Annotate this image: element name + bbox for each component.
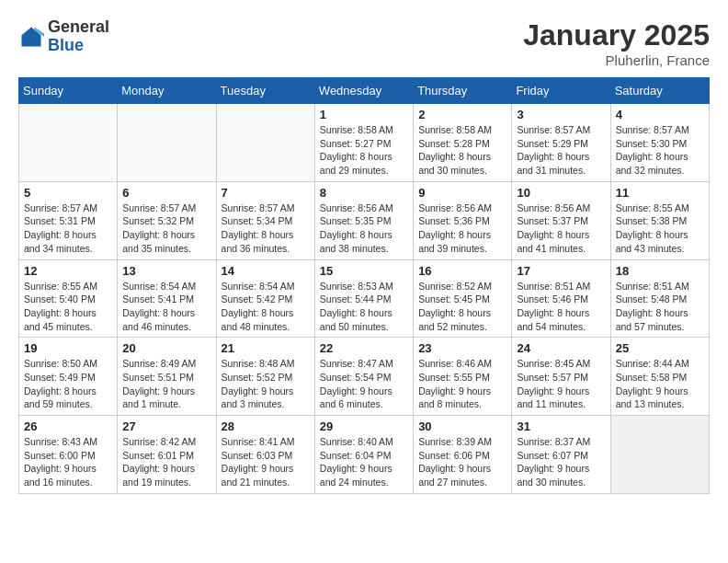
column-header-friday: Friday xyxy=(512,78,610,104)
calendar-cell: 6Sunrise: 8:57 AM Sunset: 5:32 PM Daylig… xyxy=(118,181,216,259)
day-detail: Sunrise: 8:40 AM Sunset: 6:04 PM Dayligh… xyxy=(320,435,408,489)
calendar-cell: 22Sunrise: 8:47 AM Sunset: 5:54 PM Dayli… xyxy=(314,338,413,416)
day-number: 9 xyxy=(418,186,506,200)
day-number: 28 xyxy=(222,419,310,433)
day-number: 2 xyxy=(418,108,506,121)
day-number: 20 xyxy=(122,341,210,355)
day-detail: Sunrise: 8:44 AM Sunset: 5:58 PM Dayligh… xyxy=(616,357,704,411)
column-header-sunday: Sunday xyxy=(19,78,118,104)
day-number: 13 xyxy=(122,264,210,278)
title-block: January 2025 Pluherlin, France xyxy=(523,18,710,68)
calendar-cell: 4Sunrise: 8:57 AM Sunset: 5:30 PM Daylig… xyxy=(610,104,709,182)
calendar-cell: 14Sunrise: 8:54 AM Sunset: 5:42 PM Dayli… xyxy=(216,259,314,338)
calendar-week-5: 26Sunrise: 8:43 AM Sunset: 6:00 PM Dayli… xyxy=(19,416,710,494)
day-number: 24 xyxy=(517,341,605,355)
calendar-cell xyxy=(216,104,314,182)
day-detail: Sunrise: 8:56 AM Sunset: 5:35 PM Dayligh… xyxy=(320,201,408,256)
calendar-cell: 29Sunrise: 8:40 AM Sunset: 6:04 PM Dayli… xyxy=(314,416,413,494)
page-header: General Blue January 2025 Pluherlin, Fra… xyxy=(18,18,710,68)
day-number: 25 xyxy=(616,341,704,355)
day-detail: Sunrise: 8:42 AM Sunset: 6:01 PM Dayligh… xyxy=(122,435,210,489)
day-number: 31 xyxy=(517,419,605,433)
calendar-cell: 21Sunrise: 8:48 AM Sunset: 5:52 PM Dayli… xyxy=(216,338,314,416)
day-detail: Sunrise: 8:58 AM Sunset: 5:28 PM Dayligh… xyxy=(418,123,506,178)
calendar-cell: 7Sunrise: 8:57 AM Sunset: 5:34 PM Daylig… xyxy=(216,181,314,259)
day-detail: Sunrise: 8:55 AM Sunset: 5:38 PM Dayligh… xyxy=(616,201,704,256)
calendar-cell: 26Sunrise: 8:43 AM Sunset: 6:00 PM Dayli… xyxy=(19,416,118,494)
column-header-thursday: Thursday xyxy=(414,78,512,104)
calendar-week-4: 19Sunrise: 8:50 AM Sunset: 5:49 PM Dayli… xyxy=(19,338,710,416)
calendar-cell: 13Sunrise: 8:54 AM Sunset: 5:41 PM Dayli… xyxy=(118,259,216,338)
day-number: 22 xyxy=(320,341,408,355)
logo-general: General xyxy=(48,17,109,36)
day-number: 29 xyxy=(320,419,408,433)
day-number: 5 xyxy=(24,186,112,200)
day-number: 4 xyxy=(616,108,704,121)
calendar-cell: 28Sunrise: 8:41 AM Sunset: 6:03 PM Dayli… xyxy=(216,416,314,494)
day-number: 16 xyxy=(418,264,506,278)
calendar-cell: 10Sunrise: 8:56 AM Sunset: 5:37 PM Dayli… xyxy=(512,181,610,259)
calendar-cell: 12Sunrise: 8:55 AM Sunset: 5:40 PM Dayli… xyxy=(19,259,118,338)
column-header-monday: Monday xyxy=(118,78,216,104)
day-number: 21 xyxy=(222,341,310,355)
day-detail: Sunrise: 8:43 AM Sunset: 6:00 PM Dayligh… xyxy=(24,435,112,489)
calendar-cell: 2Sunrise: 8:58 AM Sunset: 5:28 PM Daylig… xyxy=(414,104,512,182)
day-number: 15 xyxy=(320,264,408,278)
calendar-table: SundayMondayTuesdayWednesdayThursdayFrid… xyxy=(18,77,710,494)
day-number: 12 xyxy=(24,264,112,278)
calendar-cell: 27Sunrise: 8:42 AM Sunset: 6:01 PM Dayli… xyxy=(118,416,216,494)
day-detail: Sunrise: 8:41 AM Sunset: 6:03 PM Dayligh… xyxy=(222,435,310,489)
calendar-cell: 15Sunrise: 8:53 AM Sunset: 5:44 PM Dayli… xyxy=(314,259,413,338)
day-number: 10 xyxy=(517,186,605,200)
day-number: 7 xyxy=(222,186,310,200)
day-detail: Sunrise: 8:57 AM Sunset: 5:31 PM Dayligh… xyxy=(24,201,112,256)
calendar-cell: 20Sunrise: 8:49 AM Sunset: 5:51 PM Dayli… xyxy=(118,338,216,416)
day-detail: Sunrise: 8:48 AM Sunset: 5:52 PM Dayligh… xyxy=(222,357,310,411)
day-detail: Sunrise: 8:51 AM Sunset: 5:48 PM Dayligh… xyxy=(616,280,704,334)
calendar-cell: 19Sunrise: 8:50 AM Sunset: 5:49 PM Dayli… xyxy=(19,338,118,416)
day-detail: Sunrise: 8:45 AM Sunset: 5:57 PM Dayligh… xyxy=(517,357,605,411)
day-number: 8 xyxy=(320,186,408,200)
calendar-week-2: 5Sunrise: 8:57 AM Sunset: 5:31 PM Daylig… xyxy=(19,181,710,259)
day-number: 6 xyxy=(122,186,210,200)
day-detail: Sunrise: 8:50 AM Sunset: 5:49 PM Dayligh… xyxy=(24,357,112,411)
calendar-header: SundayMondayTuesdayWednesdayThursdayFrid… xyxy=(19,78,710,104)
calendar-subtitle: Pluherlin, France xyxy=(523,52,710,68)
column-header-wednesday: Wednesday xyxy=(314,78,413,104)
logo-blue: Blue xyxy=(48,36,84,54)
day-detail: Sunrise: 8:47 AM Sunset: 5:54 PM Dayligh… xyxy=(320,357,408,411)
calendar-cell: 18Sunrise: 8:51 AM Sunset: 5:48 PM Dayli… xyxy=(610,259,709,338)
day-number: 23 xyxy=(418,341,506,355)
day-detail: Sunrise: 8:58 AM Sunset: 5:27 PM Dayligh… xyxy=(320,123,408,178)
day-detail: Sunrise: 8:39 AM Sunset: 6:06 PM Dayligh… xyxy=(418,435,506,489)
logo: General Blue xyxy=(18,18,109,55)
calendar-cell: 31Sunrise: 8:37 AM Sunset: 6:07 PM Dayli… xyxy=(512,416,610,494)
day-number: 11 xyxy=(616,186,704,200)
calendar-cell: 9Sunrise: 8:56 AM Sunset: 5:36 PM Daylig… xyxy=(414,181,512,259)
calendar-cell xyxy=(118,104,216,182)
calendar-cell: 3Sunrise: 8:57 AM Sunset: 5:29 PM Daylig… xyxy=(512,104,610,182)
calendar-cell: 30Sunrise: 8:39 AM Sunset: 6:06 PM Dayli… xyxy=(414,416,512,494)
day-detail: Sunrise: 8:56 AM Sunset: 5:37 PM Dayligh… xyxy=(517,201,605,256)
day-detail: Sunrise: 8:57 AM Sunset: 5:29 PM Dayligh… xyxy=(517,123,605,178)
day-detail: Sunrise: 8:54 AM Sunset: 5:42 PM Dayligh… xyxy=(222,280,310,334)
calendar-week-1: 1Sunrise: 8:58 AM Sunset: 5:27 PM Daylig… xyxy=(19,104,710,182)
calendar-cell: 5Sunrise: 8:57 AM Sunset: 5:31 PM Daylig… xyxy=(19,181,118,259)
calendar-cell: 11Sunrise: 8:55 AM Sunset: 5:38 PM Dayli… xyxy=(610,181,709,259)
calendar-cell: 8Sunrise: 8:56 AM Sunset: 5:35 PM Daylig… xyxy=(314,181,413,259)
calendar-title: January 2025 xyxy=(523,18,710,52)
day-detail: Sunrise: 8:57 AM Sunset: 5:30 PM Dayligh… xyxy=(616,123,704,178)
column-header-saturday: Saturday xyxy=(610,78,709,104)
day-detail: Sunrise: 8:56 AM Sunset: 5:36 PM Dayligh… xyxy=(418,201,506,256)
day-number: 30 xyxy=(418,419,506,433)
day-number: 19 xyxy=(24,341,112,355)
logo-text: General Blue xyxy=(48,18,109,55)
calendar-week-3: 12Sunrise: 8:55 AM Sunset: 5:40 PM Dayli… xyxy=(19,259,710,338)
day-detail: Sunrise: 8:51 AM Sunset: 5:46 PM Dayligh… xyxy=(517,280,605,334)
day-detail: Sunrise: 8:53 AM Sunset: 5:44 PM Dayligh… xyxy=(320,280,408,334)
day-detail: Sunrise: 8:46 AM Sunset: 5:55 PM Dayligh… xyxy=(418,357,506,411)
calendar-cell xyxy=(610,416,709,494)
day-number: 18 xyxy=(616,264,704,278)
day-number: 17 xyxy=(517,264,605,278)
day-detail: Sunrise: 8:55 AM Sunset: 5:40 PM Dayligh… xyxy=(24,280,112,334)
